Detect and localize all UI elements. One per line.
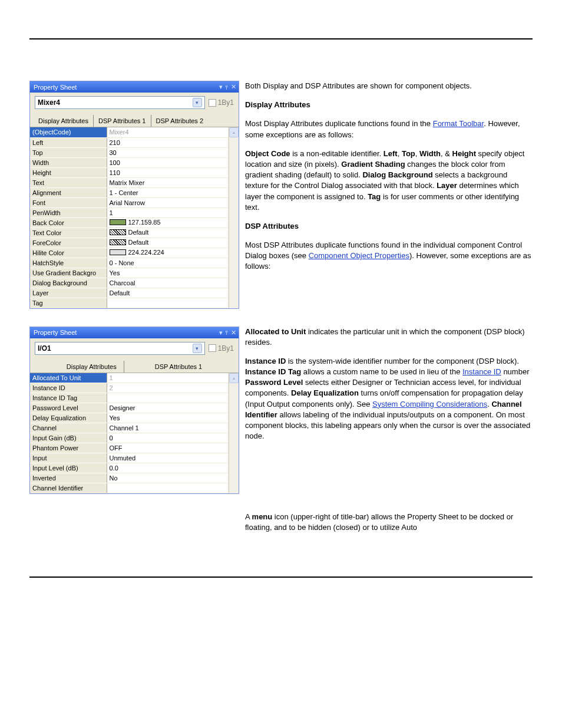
property-row[interactable]: Delay EqualizationYes: [30, 413, 229, 423]
tab-display-attributes[interactable]: Display Attributes: [59, 361, 124, 373]
pin-icon[interactable]: ⫯: [225, 84, 229, 91]
para-display-intro: Most Display Attributes duplicate functi…: [245, 118, 533, 140]
tab-display-attributes[interactable]: Display Attributes: [34, 115, 94, 127]
ps1-scrollbar[interactable]: ▴: [229, 127, 239, 308]
property-value[interactable]: 224.224.224: [107, 248, 229, 258]
scroll-up-icon[interactable]: ▴: [229, 373, 239, 383]
property-name: Use Gradient Backgro: [30, 268, 107, 278]
ps2-titlebar[interactable]: Property Sheet ▾ ⫯ ✕: [30, 327, 239, 338]
property-row[interactable]: Back Color127.159.85: [30, 218, 229, 228]
property-row[interactable]: (ObjectCode)Mixer4: [30, 127, 229, 137]
property-name: Back Color: [30, 218, 107, 228]
property-name: Alignment: [30, 187, 107, 197]
property-row[interactable]: Input Gain (dB)0: [30, 433, 229, 443]
link-component-object-properties[interactable]: Component Object Properties: [309, 251, 409, 260]
property-row[interactable]: Channel Identifier: [30, 483, 229, 493]
property-value[interactable]: Unmuted: [107, 453, 229, 463]
property-value[interactable]: Charcoal: [107, 278, 229, 288]
property-row[interactable]: Height110: [30, 167, 229, 177]
property-value[interactable]: Mixer4: [107, 127, 229, 137]
ps2-1by1-checkbox[interactable]: 1By1: [209, 344, 234, 353]
ps2-scrollbar[interactable]: ▴: [229, 373, 239, 494]
property-row[interactable]: Hilite Color224.224.224: [30, 248, 229, 258]
close-icon[interactable]: ✕: [231, 329, 236, 337]
property-value[interactable]: [107, 298, 229, 308]
ps1-1by1-checkbox[interactable]: 1By1: [209, 98, 234, 107]
property-row[interactable]: Use Gradient BackgroYes: [30, 268, 229, 278]
property-value[interactable]: Default: [107, 238, 229, 248]
property-row[interactable]: Dialog BackgroundCharcoal: [30, 278, 229, 288]
property-value[interactable]: [107, 393, 229, 403]
property-row[interactable]: Allocated To Unit1: [30, 373, 229, 383]
tab-dsp-attributes-2[interactable]: DSP Attributes 2: [151, 115, 209, 127]
ps1-object-combo[interactable]: Mixer4 ▾: [35, 96, 205, 109]
property-value[interactable]: Matrix Mixer: [107, 177, 229, 187]
property-name: Delay Equalization: [30, 413, 107, 423]
property-row[interactable]: InputUnmuted: [30, 453, 229, 463]
menu-icon[interactable]: ▾: [219, 83, 223, 91]
property-value[interactable]: Arial Narrow: [107, 197, 229, 207]
tab-dsp-attributes-1[interactable]: DSP Attributes 1: [94, 115, 151, 127]
property-value[interactable]: Default: [107, 228, 229, 238]
para-menu-icon: A menu icon (upper-right of title-bar) a…: [245, 512, 533, 533]
property-row[interactable]: Alignment1 - Center: [30, 187, 229, 197]
ps2-object-combo[interactable]: I/O1 ▾: [35, 342, 205, 355]
property-row[interactable]: HatchStyle0 - None: [30, 258, 229, 268]
property-row[interactable]: PenWidth1: [30, 207, 229, 218]
property-value[interactable]: 110: [107, 167, 229, 177]
link-instance-id[interactable]: Instance ID: [462, 367, 501, 376]
menu-icon[interactable]: ▾: [219, 329, 223, 337]
property-row[interactable]: Text ColorDefault: [30, 228, 229, 238]
property-row[interactable]: FontArial Narrow: [30, 197, 229, 207]
lbl-allocated-to-unit: Allocated to Unit: [245, 327, 306, 336]
property-row[interactable]: Input Level (dB)0.0: [30, 463, 229, 473]
property-value[interactable]: 1 - Center: [107, 187, 229, 197]
property-row[interactable]: Phantom PowerOFF: [30, 443, 229, 453]
property-row[interactable]: Password LevelDesigner: [30, 403, 229, 413]
chevron-down-icon[interactable]: ▾: [193, 344, 202, 353]
property-row[interactable]: Instance ID2: [30, 383, 229, 393]
property-value[interactable]: 1: [107, 373, 229, 383]
property-value[interactable]: 0 - None: [107, 258, 229, 268]
property-value[interactable]: Channel 1: [107, 423, 229, 433]
property-row[interactable]: Instance ID Tag: [30, 393, 229, 403]
ps1-titlebar[interactable]: Property Sheet ▾ ⫯ ✕: [30, 81, 239, 93]
property-row[interactable]: Width100: [30, 157, 229, 167]
link-system-compiling[interactable]: System Compiling Considerations: [372, 400, 487, 409]
property-row[interactable]: Tag: [30, 298, 229, 308]
property-value[interactable]: [107, 483, 229, 493]
chevron-down-icon[interactable]: ▾: [193, 98, 202, 107]
property-value[interactable]: Default: [107, 288, 229, 298]
tab-dsp-attributes-1[interactable]: DSP Attributes 1: [148, 361, 210, 373]
property-value[interactable]: 100: [107, 157, 229, 167]
property-value[interactable]: Yes: [107, 413, 229, 423]
property-value[interactable]: 127.159.85: [107, 218, 229, 228]
property-row[interactable]: ForeColorDefault: [30, 238, 229, 248]
para-dsp-details: Instance ID is the system-wide identifie…: [245, 356, 533, 442]
property-row[interactable]: InvertedNo: [30, 473, 229, 483]
property-value[interactable]: 30: [107, 147, 229, 157]
close-icon[interactable]: ✕: [231, 83, 236, 91]
property-value[interactable]: 2: [107, 383, 229, 393]
property-value[interactable]: No: [107, 473, 229, 483]
scroll-up-icon[interactable]: ▴: [229, 127, 239, 137]
property-row[interactable]: Top30: [30, 147, 229, 157]
property-row[interactable]: ChannelChannel 1: [30, 423, 229, 433]
property-row[interactable]: LayerDefault: [30, 288, 229, 298]
property-value[interactable]: 210: [107, 137, 229, 147]
property-value[interactable]: Designer: [107, 403, 229, 413]
property-value[interactable]: 1: [107, 207, 229, 218]
property-value[interactable]: Yes: [107, 268, 229, 278]
property-row[interactable]: TextMatrix Mixer: [30, 177, 229, 187]
heading-dsp-attr: DSP Attributes: [245, 221, 533, 232]
property-value[interactable]: 0.0: [107, 463, 229, 473]
link-format-toolbar[interactable]: Format Toolbar: [433, 119, 484, 128]
property-value[interactable]: 0: [107, 433, 229, 443]
property-value-text: 210: [110, 139, 120, 146]
property-value-text: 224.224.224: [128, 249, 164, 256]
property-row[interactable]: Left210: [30, 137, 229, 147]
pin-icon[interactable]: ⫯: [225, 329, 229, 336]
property-value[interactable]: OFF: [107, 443, 229, 453]
property-value-text: 2: [110, 384, 113, 391]
property-name: Allocated To Unit: [30, 373, 107, 383]
